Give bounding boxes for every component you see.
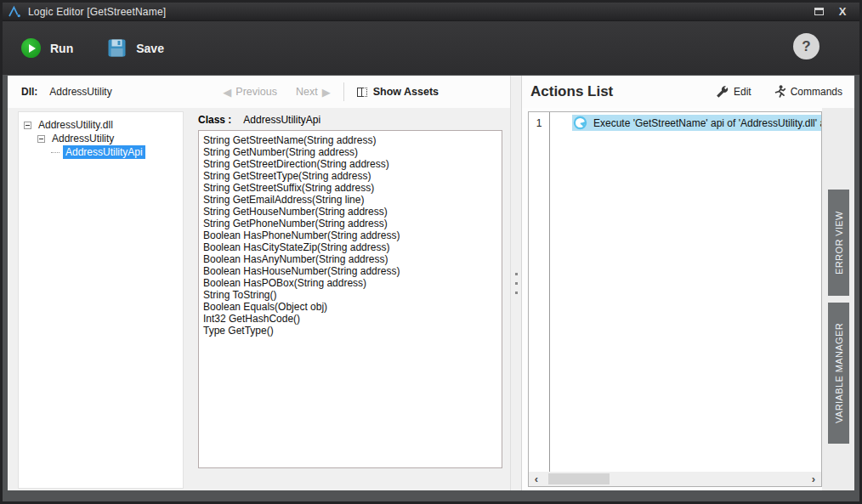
panel-splitter[interactable] [510,76,522,490]
show-assets-icon [357,88,367,97]
runner-icon [774,85,785,99]
previous-label: Previous [235,86,277,98]
app-logo-icon [8,5,22,19]
scroll-left-button[interactable]: ‹ [529,472,544,486]
class-label: Class : [198,114,231,126]
actions-header: Actions List Edit Commands [522,76,854,108]
next-label: Next [296,86,318,98]
commands-label: Commands [791,86,842,98]
tree-item-dll[interactable]: AddressUtility.dll [22,118,179,132]
toolbar: Run Save ? [3,21,859,75]
dll-value: AddressUtility [49,86,111,98]
method-item[interactable]: Boolean HasPhoneNumber(String address) [203,229,497,241]
save-button[interactable]: Save [107,38,164,58]
action-row[interactable]: 1 Execute 'GetStreetName' api of 'Addres… [529,114,821,132]
run-label: Run [50,42,73,55]
method-item[interactable]: String GetPhoneNumber(String address) [203,218,497,229]
method-item[interactable]: String GetStreetType(String address) [203,170,497,182]
method-item[interactable]: String GetEmailAddress(String line) [203,194,497,206]
commands-button[interactable]: Commands [774,85,842,99]
maximize-icon [814,8,824,15]
method-item[interactable]: String GetStreetSuffix(String address) [203,182,497,194]
action-chip-selected[interactable]: Execute 'GetStreetName' api of 'AddressU… [572,115,821,131]
method-item[interactable]: String ToString() [203,289,497,301]
method-item[interactable]: Boolean HasHouseNumber(String address) [203,265,497,277]
wrench-icon [716,86,729,99]
side-tab-strip: ERROR VIEW VARIABLE MANAGER [822,108,854,490]
logic-editor-window: Logic Editor [GetStreetName] X Run Save … [0,0,862,504]
method-item[interactable]: Boolean HasAnyNumber(String address) [203,253,497,265]
dll-tree: AddressUtility.dll AddressUtility Addres… [18,111,184,489]
method-item[interactable]: Type GetType() [203,325,497,337]
horizontal-scrollbar[interactable]: ‹ › [529,472,821,486]
previous-button[interactable]: ◀ Previous [223,86,281,99]
run-play-icon [21,38,41,58]
edit-label: Edit [734,86,751,98]
tree-connector [51,152,60,153]
method-item[interactable]: Boolean HasCityStateZip(String address) [203,241,497,253]
collapse-icon[interactable] [24,122,31,129]
actions-panel: Actions List Edit Commands [522,76,854,490]
actions-list: 1 Execute 'GetStreetName' api of 'Addres… [528,111,822,487]
method-item[interactable]: Boolean Equals(Object obj) [203,301,497,313]
actions-area: 1 Execute 'GetStreetName' api of 'Addres… [522,108,822,490]
run-button[interactable]: Run [21,38,73,58]
method-list: String GetStreetName(String address) Str… [198,130,502,468]
chevron-left-icon: ◀ [223,86,231,99]
content-area: Dll: AddressUtility ◀ Previous Next ▶ Sh… [8,76,854,490]
save-label: Save [136,42,164,55]
chevron-right-icon: ▶ [322,86,331,99]
class-name: AddressUtilityApi [243,114,320,126]
scroll-right-button[interactable]: › [806,472,821,486]
edit-button[interactable]: Edit [716,86,751,99]
tab-error-view[interactable]: ERROR VIEW [828,190,849,296]
header-divider [343,82,344,101]
dll-label: Dll: [21,86,37,98]
method-item[interactable]: String GetStreetName(String address) [203,134,497,146]
method-item[interactable]: String GetHouseNumber(String address) [203,206,497,218]
actions-title: Actions List [530,83,613,100]
window-title: Logic Editor [GetStreetName] [28,6,166,18]
gutter-divider [549,112,550,472]
library-panel: Dll: AddressUtility ◀ Previous Next ▶ Sh… [8,76,510,490]
actions-body: 1 Execute 'GetStreetName' api of 'Addres… [522,108,854,490]
action-number: 1 [529,117,549,129]
help-button[interactable]: ? [793,33,819,59]
tree-item-namespace[interactable]: AddressUtility [22,132,179,145]
tree-item-class[interactable]: AddressUtilityApi [22,145,179,159]
library-body: AddressUtility.dll AddressUtility Addres… [8,108,510,490]
execute-api-icon [573,116,587,130]
collapse-icon[interactable] [37,135,45,143]
close-button[interactable]: X [831,4,854,20]
method-item[interactable]: Int32 GetHashCode() [203,313,497,325]
show-assets-label: Show Assets [373,86,439,98]
maximize-button[interactable] [807,4,831,20]
show-assets-button[interactable]: Show Assets [357,86,439,98]
title-bar: Logic Editor [GetStreetName] X [3,3,859,21]
method-item[interactable]: Boolean HasPOBox(String address) [203,277,497,289]
scroll-thumb[interactable] [548,473,610,484]
library-header: Dll: AddressUtility ◀ Previous Next ▶ Sh… [8,76,510,108]
method-item[interactable]: String GetStreetDirection(String address… [203,158,497,170]
tab-variable-manager[interactable]: VARIABLE MANAGER [828,303,849,444]
next-button[interactable]: Next ▶ [292,86,331,99]
action-text: Execute 'GetStreetName' api of 'AddressU… [593,117,821,129]
class-area: Class : AddressUtilityApi String GetStre… [193,108,507,490]
method-item[interactable]: String GetNumber(String address) [203,146,497,158]
save-icon [107,38,127,58]
scroll-track[interactable] [544,472,806,486]
